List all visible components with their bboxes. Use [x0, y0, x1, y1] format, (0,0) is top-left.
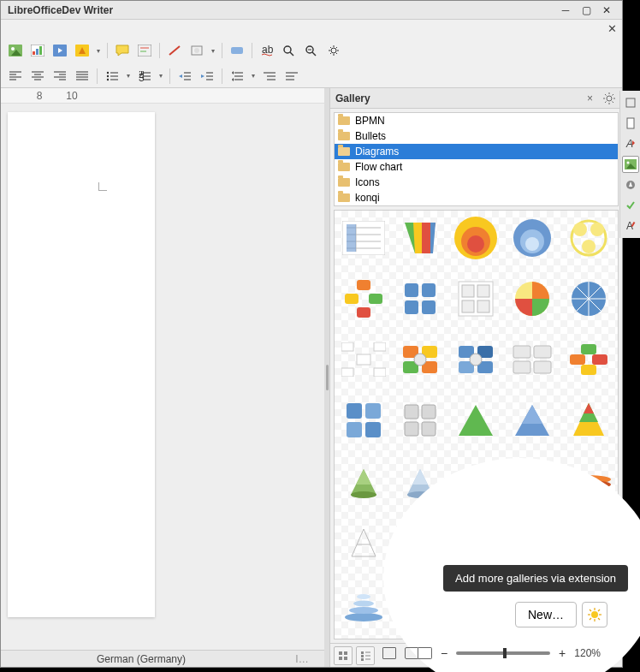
- diagram-thumbnail[interactable]: [338, 275, 389, 323]
- svg-rect-214: [361, 658, 364, 661]
- properties-tab-icon[interactable]: [622, 94, 639, 111]
- decrease-indent-icon[interactable]: [175, 67, 194, 86]
- detail-view-button[interactable]: [356, 646, 375, 665]
- diagram-thumbnail[interactable]: [338, 396, 389, 444]
- status-insert-mode[interactable]: I…: [285, 653, 319, 665]
- diagram-thumbnail[interactable]: [563, 336, 614, 384]
- category-diagrams[interactable]: Diagrams: [335, 144, 618, 159]
- diagram-thumbnail[interactable]: [451, 336, 502, 384]
- gallery-tab-icon[interactable]: [622, 156, 639, 173]
- dropdown-icon[interactable]: ▾: [125, 67, 132, 86]
- insert-media-icon[interactable]: [50, 41, 69, 60]
- indent-left-icon[interactable]: [260, 67, 279, 86]
- page-canvas[interactable]: [1, 104, 324, 650]
- increase-indent-icon[interactable]: [198, 67, 216, 86]
- diagram-thumbnail[interactable]: [394, 214, 446, 262]
- svg-line-85: [605, 94, 607, 96]
- fontwork-icon[interactable]: [228, 41, 246, 60]
- dropdown-icon[interactable]: ▾: [95, 41, 102, 60]
- extension-gallery-button[interactable]: [582, 602, 607, 627]
- diagram-thumbnail[interactable]: [451, 396, 502, 444]
- manage-changes-tab-icon[interactable]: A: [622, 217, 639, 235]
- svg-point-143: [470, 354, 482, 366]
- svg-line-232: [598, 618, 600, 620]
- category-bullets[interactable]: Bullets: [335, 128, 618, 144]
- document-page[interactable]: [8, 112, 155, 617]
- single-page-view-icon[interactable]: [382, 647, 396, 659]
- panel-settings-icon[interactable]: [601, 91, 617, 106]
- zoom-slider[interactable]: [456, 651, 550, 655]
- gallery-header: Gallery ×: [330, 88, 622, 109]
- navigator-tab-icon[interactable]: [622, 176, 639, 193]
- check-tab-icon[interactable]: [622, 197, 639, 214]
- diagram-thumbnail[interactable]: [563, 214, 614, 262]
- close-window-button[interactable]: ✕: [598, 3, 615, 17]
- zoom-icon[interactable]: [302, 41, 321, 60]
- dropdown-icon[interactable]: ▾: [157, 67, 164, 86]
- svg-point-193: [349, 607, 378, 614]
- svg-rect-133: [374, 368, 386, 377]
- maximize-button[interactable]: ▢: [578, 3, 595, 17]
- align-left-icon[interactable]: [6, 67, 25, 86]
- diagram-thumbnail[interactable]: [507, 214, 558, 262]
- diagram-thumbnail[interactable]: [563, 396, 614, 444]
- styles-tab-icon[interactable]: A: [622, 135, 639, 152]
- find-icon[interactable]: [280, 41, 299, 60]
- separator: [169, 68, 170, 84]
- page-tab-icon[interactable]: [622, 115, 639, 132]
- close-panel-icon[interactable]: ×: [587, 92, 593, 104]
- ruler[interactable]: 8 10: [1, 88, 324, 104]
- insert-object-icon[interactable]: [73, 41, 92, 60]
- align-center-icon[interactable]: [28, 67, 47, 86]
- line-spacing-icon[interactable]: [228, 67, 246, 86]
- diagram-thumbnail[interactable]: [451, 214, 502, 262]
- category-bpmn[interactable]: BPMN: [335, 113, 618, 128]
- icon-view-button[interactable]: [334, 646, 353, 665]
- new-theme-button[interactable]: New…: [515, 602, 577, 627]
- diagram-thumbnail[interactable]: [338, 519, 389, 567]
- status-language[interactable]: German (Germany): [6, 653, 276, 665]
- svg-marker-73: [232, 78, 234, 81]
- diagram-thumbnail[interactable]: [563, 275, 614, 323]
- svg-rect-210: [361, 651, 364, 654]
- dropdown-icon[interactable]: ▾: [250, 67, 257, 86]
- multi-page-view-icon[interactable]: [405, 647, 432, 659]
- number-list-icon[interactable]: 123: [135, 67, 154, 86]
- insert-image-icon[interactable]: [6, 41, 25, 60]
- track-changes-icon[interactable]: [135, 41, 154, 60]
- settings-icon[interactable]: [324, 41, 343, 60]
- category-konqi[interactable]: konqi: [335, 190, 618, 205]
- diagram-thumbnail[interactable]: [507, 396, 558, 444]
- dropdown-icon[interactable]: ▾: [210, 41, 216, 60]
- diagram-thumbnail[interactable]: [507, 275, 558, 323]
- category-icons[interactable]: Icons: [335, 175, 618, 190]
- diagram-thumbnail[interactable]: [451, 275, 502, 323]
- indent-right-icon[interactable]: [282, 67, 301, 86]
- svg-line-30: [336, 53, 337, 54]
- zoom-in-button[interactable]: +: [559, 646, 566, 660]
- diagram-thumbnail[interactable]: [507, 336, 558, 384]
- align-justify-icon[interactable]: [73, 67, 92, 86]
- diagram-thumbnail[interactable]: [338, 580, 389, 627]
- spellcheck-icon[interactable]: ab: [258, 41, 276, 60]
- draw-line-icon[interactable]: [165, 41, 184, 60]
- draw-shape-icon[interactable]: [187, 41, 206, 60]
- close-document-button[interactable]: ✕: [607, 22, 617, 35]
- zoom-percent[interactable]: 120%: [574, 647, 601, 659]
- diagram-thumbnail[interactable]: [394, 336, 446, 384]
- minimize-button[interactable]: ─: [557, 3, 574, 17]
- diagram-thumbnail[interactable]: [394, 396, 446, 444]
- insert-chart-icon[interactable]: [28, 41, 47, 60]
- diagram-thumbnail[interactable]: [338, 458, 389, 506]
- comment-icon[interactable]: [113, 41, 132, 60]
- svg-rect-154: [347, 422, 362, 437]
- diagram-thumbnail[interactable]: [338, 214, 389, 262]
- zoom-out-button[interactable]: −: [441, 646, 447, 660]
- category-flow-chart[interactable]: Flow chart: [335, 159, 618, 175]
- diagram-thumbnail[interactable]: [338, 336, 389, 384]
- align-right-icon[interactable]: [50, 67, 69, 86]
- folder-icon: [338, 116, 350, 125]
- svg-point-195: [357, 594, 370, 599]
- diagram-thumbnail[interactable]: [394, 275, 446, 323]
- bullet-list-icon[interactable]: [103, 67, 121, 86]
